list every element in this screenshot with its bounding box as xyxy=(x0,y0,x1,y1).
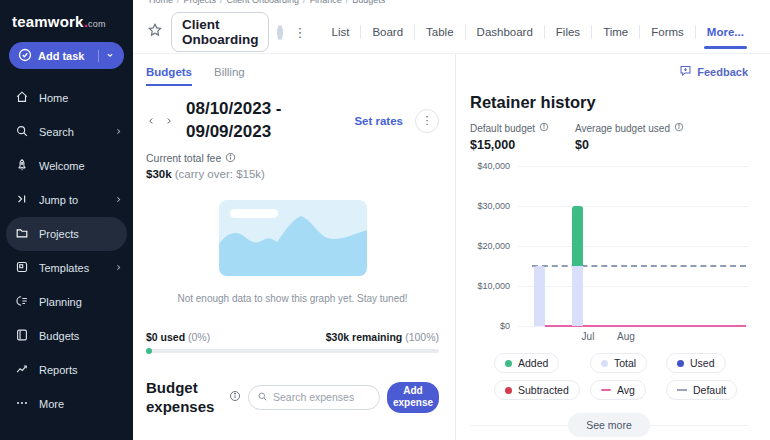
search-icon xyxy=(15,124,29,140)
tab-board[interactable]: Board xyxy=(361,18,414,47)
used-marker-icon xyxy=(677,360,684,367)
info-icon[interactable] xyxy=(225,152,236,165)
breadcrumb-budgets[interactable]: Budgets xyxy=(352,0,385,5)
folder-icon xyxy=(15,226,29,242)
tab-files[interactable]: Files xyxy=(545,18,591,47)
legend-label: Avg xyxy=(617,384,635,396)
expenses-search-input[interactable] xyxy=(273,391,371,403)
breadcrumb-projects[interactable]: Projects xyxy=(184,0,217,5)
sidebar-item-templates[interactable]: Templates xyxy=(0,251,133,285)
add-expense-button[interactable]: Add expense xyxy=(387,382,439,413)
info-icon[interactable] xyxy=(674,122,684,134)
sidebar-item-search[interactable]: Search xyxy=(0,115,133,149)
sidebar-item-budgets[interactable]: Budgets xyxy=(0,319,133,353)
subtab-billing[interactable]: Billing xyxy=(214,66,245,86)
budget-kebab-button[interactable]: ⋮ xyxy=(415,109,439,133)
breadcrumb-project[interactable]: Client Onboarding xyxy=(227,0,300,5)
chevron-right-icon[interactable] xyxy=(164,112,174,130)
search-icon xyxy=(257,388,268,406)
placeholder-title-bar xyxy=(230,209,278,218)
legend-subtracted[interactable]: Subtracted xyxy=(494,380,580,400)
default-budget-dashed-line xyxy=(532,265,746,267)
tab-more[interactable]: More... xyxy=(696,18,755,47)
chart-legend: Added Total Used Subtracted Avg Default xyxy=(470,353,748,400)
rocket-icon xyxy=(15,158,29,174)
sidebar-item-projects[interactable]: Projects xyxy=(6,217,127,251)
x-tick: Aug xyxy=(617,331,635,342)
empty-graph-message: Not enough data to show this graph yet. … xyxy=(146,293,439,304)
used-percent: (0%) xyxy=(188,331,210,343)
default-marker-icon xyxy=(677,389,687,391)
retainer-history-title: Retainer history xyxy=(470,93,748,112)
sidebar-item-more[interactable]: More xyxy=(0,387,133,421)
teamwork-logo[interactable]: teamwork.com xyxy=(0,0,133,36)
project-name-field[interactable]: Client Onboarding xyxy=(171,12,269,52)
legend-label: Subtracted xyxy=(518,384,569,396)
budgets-icon xyxy=(15,328,29,344)
sidebar-item-jump-to[interactable]: Jump to xyxy=(0,183,133,217)
default-budget-label: Default budget xyxy=(470,123,535,134)
current-total-fee-value: $30k (carry over: $15k) xyxy=(146,168,439,180)
retainer-stats: Default budget $15,000 Average budget us… xyxy=(470,122,748,152)
avg-marker-icon xyxy=(601,389,611,392)
legend-used[interactable]: Used xyxy=(666,353,726,373)
tab-list[interactable]: List xyxy=(320,18,360,47)
legend-added[interactable]: Added xyxy=(494,353,559,373)
y-tick: $0 xyxy=(470,321,510,331)
period-nav xyxy=(146,112,186,130)
project-header-row: Client Onboarding ⋮ List Board Table Das… xyxy=(133,6,770,52)
tab-forms[interactable]: Forms xyxy=(640,18,695,47)
avg-budget-label: Average budget used xyxy=(575,123,670,134)
chevron-right-icon xyxy=(114,262,123,274)
used-amount: $0 used (0%) xyxy=(146,331,210,343)
legend-avg[interactable]: Avg xyxy=(590,380,646,400)
project-kebab-icon[interactable]: ⋮ xyxy=(291,25,308,40)
star-icon[interactable] xyxy=(147,22,163,42)
see-more-button[interactable]: See more xyxy=(568,413,650,437)
set-rates-button[interactable]: Set rates xyxy=(354,115,403,127)
sidebar-item-planning[interactable]: Planning xyxy=(0,285,133,319)
sidebar-item-welcome[interactable]: Welcome xyxy=(0,149,133,183)
more-dots-icon xyxy=(15,396,29,412)
fee-carry-over: (carry over: $15k) xyxy=(172,168,265,180)
breadcrumb-finance[interactable]: Finance xyxy=(310,0,342,5)
sidebar-item-label: Budgets xyxy=(39,330,79,342)
fee-label-text: Current total fee xyxy=(146,152,221,164)
feedback-label: Feedback xyxy=(697,66,748,78)
reports-icon xyxy=(15,362,29,378)
jump-to-icon xyxy=(15,192,29,208)
sidebar-item-label: Templates xyxy=(39,262,89,274)
main-area: Home/Projects/Client Onboarding/Finance/… xyxy=(133,0,770,440)
sidebar-item-home[interactable]: Home xyxy=(0,81,133,115)
bar-aug[interactable] xyxy=(572,206,583,326)
progress-start-dot xyxy=(146,348,152,354)
subtracted-marker-icon xyxy=(505,387,512,394)
tab-table[interactable]: Table xyxy=(415,18,465,47)
remaining-amount: $30k remaining (100%) xyxy=(326,331,439,343)
tab-dashboard[interactable]: Dashboard xyxy=(466,18,544,47)
feedback-button[interactable]: Feedback xyxy=(470,64,748,79)
subtab-budgets[interactable]: Budgets xyxy=(146,66,192,86)
info-icon[interactable] xyxy=(539,122,549,134)
avg-budget-stat: Average budget used $0 xyxy=(575,122,684,152)
project-health-ring-icon[interactable] xyxy=(277,25,283,40)
templates-icon xyxy=(15,260,29,276)
bar-jul[interactable] xyxy=(534,266,545,326)
info-icon[interactable] xyxy=(229,388,241,406)
add-task-divider xyxy=(98,50,99,62)
legend-default[interactable]: Default xyxy=(666,380,737,400)
chevron-left-icon[interactable] xyxy=(146,112,156,130)
default-budget-stat: Default budget $15,000 xyxy=(470,122,549,152)
legend-label: Default xyxy=(693,384,726,396)
budget-subtabs: Budgets Billing xyxy=(146,66,439,86)
expenses-search[interactable] xyxy=(248,385,380,410)
see-more-row: See more xyxy=(470,413,748,437)
sidebar-item-reports[interactable]: Reports xyxy=(0,353,133,387)
tab-time[interactable]: Time xyxy=(592,18,639,47)
breadcrumb-home[interactable]: Home xyxy=(149,0,173,5)
legend-total[interactable]: Total xyxy=(590,353,647,373)
add-task-button[interactable]: Add task xyxy=(9,42,124,69)
empty-graph-placeholder xyxy=(219,200,367,276)
budget-period-row: 08/10/2023 - 09/09/2023 Set rates ⋮ xyxy=(146,98,439,144)
chevron-down-icon[interactable] xyxy=(105,50,115,62)
